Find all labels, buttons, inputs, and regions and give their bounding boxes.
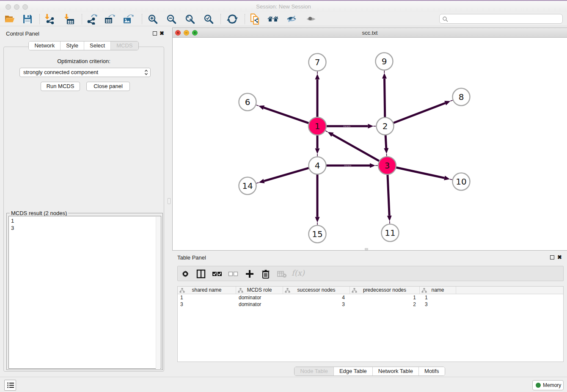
run-mcds-button[interactable]: Run MCDS xyxy=(41,82,80,91)
toolbar-separator xyxy=(39,14,40,24)
export-network-icon[interactable] xyxy=(86,14,97,25)
table-row-1[interactable]: 1dominator411 xyxy=(178,295,563,301)
tab-motifs[interactable]: Motifs xyxy=(418,367,445,375)
control-panel-float-icon[interactable] xyxy=(153,31,157,36)
column-header-MCDS-role[interactable]: MCDS role xyxy=(236,287,283,294)
open-folder-icon[interactable] xyxy=(4,14,15,25)
cell-MCDS-role[interactable]: dominator xyxy=(236,301,283,308)
edge-label-4-3: interacts xyxy=(344,165,352,167)
memory-button[interactable]: Memory xyxy=(532,380,564,390)
criterion-value: strongly connected component xyxy=(23,69,98,75)
cell-shared-name[interactable]: 3 xyxy=(178,301,236,308)
zoom-out-icon[interactable] xyxy=(166,14,177,25)
search-box[interactable] xyxy=(439,14,563,24)
edge-2-8[interactable] xyxy=(393,103,445,123)
edge-3-11[interactable] xyxy=(388,174,389,216)
close-panel-button[interactable]: Close panel xyxy=(86,82,130,91)
horizontal-splitter-handle[interactable] xyxy=(365,248,368,250)
edge-label-1-2: interacts xyxy=(343,125,351,127)
add-icon[interactable] xyxy=(245,269,255,279)
delete-table-icon xyxy=(277,269,287,279)
export-table-icon[interactable] xyxy=(104,14,115,25)
network-canvas[interactable]: interactsinteracts1234678910111415 xyxy=(173,38,567,250)
save-icon[interactable] xyxy=(22,14,33,25)
graph-node-label-6: 6 xyxy=(245,97,250,107)
edge-2-9[interactable] xyxy=(385,78,385,118)
mcds-result-group: MCDS result (2 nodes) 1 3 xyxy=(6,213,163,370)
tab-network[interactable]: Network xyxy=(29,41,60,50)
trash-icon[interactable] xyxy=(261,269,271,279)
main-toolbar xyxy=(0,12,567,26)
cell-predecessor-nodes[interactable]: 2 xyxy=(350,301,420,308)
table-row-3[interactable]: 3dominator323 xyxy=(178,301,563,308)
tab-edge-table[interactable]: Edge Table xyxy=(333,367,372,375)
memory-label: Memory xyxy=(543,382,561,388)
cell-name[interactable]: 1 xyxy=(420,295,456,301)
import-table-icon[interactable] xyxy=(64,14,75,25)
column-header-shared-name[interactable]: shared name xyxy=(178,287,236,294)
column-header-successor-nodes[interactable]: successor nodes xyxy=(283,287,350,294)
refresh-icon[interactable] xyxy=(227,14,238,25)
graph-node-label-3: 3 xyxy=(385,160,390,171)
search-input[interactable] xyxy=(450,15,560,23)
control-panel-close-icon[interactable]: ✖ xyxy=(160,30,164,36)
edge-3-1[interactable] xyxy=(333,135,380,161)
unchecked-boxes-icon[interactable] xyxy=(228,269,238,279)
edge-1-6[interactable] xyxy=(264,108,309,123)
edge-arrowhead-2-3 xyxy=(384,148,388,154)
checked-boxes-icon[interactable] xyxy=(212,269,222,279)
criterion-select[interactable]: strongly connected component xyxy=(19,68,151,77)
cell-MCDS-role[interactable]: dominator xyxy=(236,295,283,301)
table-panel-close-icon[interactable]: ✖ xyxy=(557,254,562,260)
tab-style[interactable]: Style xyxy=(60,41,84,50)
edge-3-10[interactable] xyxy=(396,167,445,178)
zoom-selected-icon[interactable] xyxy=(203,14,214,25)
tab-node-table[interactable]: Node Table xyxy=(295,367,333,375)
mcds-result-box[interactable]: 1 3 xyxy=(8,216,161,369)
status-bar: Memory xyxy=(0,377,567,392)
network-document-icon[interactable] xyxy=(250,14,261,25)
show-eye-icon[interactable] xyxy=(306,14,317,25)
home-icon[interactable] xyxy=(267,14,278,25)
graph-node-label-9: 9 xyxy=(382,56,387,66)
edge-arrowhead-3-11 xyxy=(387,215,392,221)
cell-shared-name[interactable]: 1 xyxy=(178,295,236,301)
vertical-splitter-handle[interactable] xyxy=(168,198,171,204)
cell-successor-nodes[interactable]: 3 xyxy=(283,301,350,308)
export-image-icon[interactable] xyxy=(123,14,134,25)
mcds-result-text: 1 3 xyxy=(11,217,14,232)
split-columns-icon[interactable] xyxy=(196,269,206,279)
tree-icon xyxy=(285,288,290,293)
edge-arrowhead-1-6 xyxy=(259,105,264,110)
table-panel-float-icon[interactable] xyxy=(550,255,554,259)
tab-network-table[interactable]: Network Table xyxy=(372,367,418,375)
hide-eye-icon[interactable] xyxy=(286,14,297,25)
edge-arrowhead-1-7 xyxy=(315,74,320,80)
cell-successor-nodes[interactable]: 4 xyxy=(283,295,350,301)
edge-arrowhead-2-9 xyxy=(382,73,387,78)
network-window-titlebar[interactable]: × − + scc.txt xyxy=(173,28,567,38)
cell-predecessor-nodes[interactable]: 1 xyxy=(350,295,420,301)
column-header-predecessor-nodes[interactable]: predecessor nodes xyxy=(350,287,420,294)
mcds-result-scrollbar[interactable] xyxy=(156,217,160,370)
edge-2-3[interactable] xyxy=(385,134,386,148)
task-history-button[interactable] xyxy=(4,380,16,391)
graph-node-label-15: 15 xyxy=(312,229,322,239)
tab-select[interactable]: Select xyxy=(84,41,110,50)
cell-name[interactable]: 3 xyxy=(420,301,456,308)
edge-arrowhead-1-2 xyxy=(368,124,374,129)
toolbar-separator xyxy=(220,14,221,24)
edge-arrowhead-4-3 xyxy=(370,163,375,168)
tab-mcds[interactable]: MCDS xyxy=(110,41,138,50)
network-window-title: scc.txt xyxy=(173,30,567,36)
edge-4-14[interactable] xyxy=(264,168,309,181)
select-stepper-icon xyxy=(144,69,148,77)
import-network-icon[interactable] xyxy=(44,14,55,25)
column-header-name[interactable]: name xyxy=(420,287,456,294)
mcds-result-title: MCDS result (2 nodes) xyxy=(10,210,68,216)
edge-arrowhead-4-15 xyxy=(315,217,320,223)
zoom-fit-icon[interactable] xyxy=(184,14,195,25)
gear-icon[interactable] xyxy=(180,269,190,279)
control-panel-title: Control Panel xyxy=(6,30,39,37)
zoom-in-icon[interactable] xyxy=(147,14,158,25)
